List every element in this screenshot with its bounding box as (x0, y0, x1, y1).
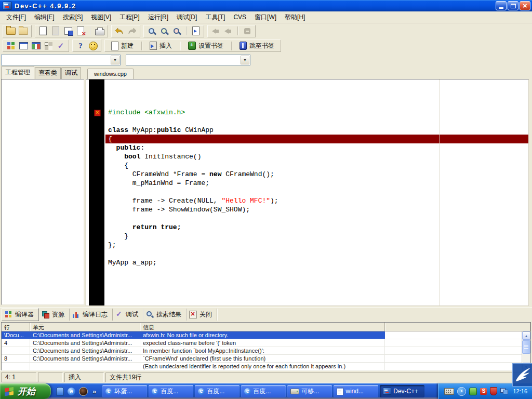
taskbar-button-5[interactable]: 可移... (287, 385, 332, 397)
save-all-button[interactable] (63, 26, 73, 36)
column-header-2[interactable]: 单元 (30, 323, 140, 331)
new-page-button[interactable]: 新建 (108, 41, 137, 51)
project-options-button[interactable] (31, 41, 41, 51)
menu-item-9[interactable]: CVS (229, 12, 250, 22)
code-area[interactable]: #include <afxwin.h>class MyApp:public CW… (105, 79, 528, 305)
goto-bookmark-button[interactable]: 跳至书签 (236, 41, 278, 51)
taskbar-button-6[interactable]: wind... (334, 385, 378, 397)
output-tab-1[interactable]: 编译器 (2, 308, 39, 321)
output-tab-6[interactable]: 关闭 (187, 309, 217, 321)
ie-icon (152, 388, 158, 395)
media-player-icon[interactable] (79, 387, 88, 396)
taskbar-button-2[interactable]: 百度... (149, 385, 193, 397)
menu-item-4[interactable]: 视图[V] (87, 11, 115, 23)
start-button[interactable]: 开始 (0, 383, 51, 399)
table-row[interactable]: C:\Documents and Settings\Administr...In… (2, 347, 530, 355)
code-line-8: CFrameWnd *Frame = new CFrameWnd(); (105, 170, 528, 179)
run-button[interactable] (223, 26, 233, 36)
network-tray-icon[interactable] (500, 388, 508, 394)
save-icon (52, 26, 59, 35)
editor-tab-windows-cpp[interactable]: windows.cpp (87, 69, 134, 79)
code-line-12: frame -> ShowWindow(SW_SHOW); (105, 205, 528, 214)
debug-button[interactable] (242, 26, 252, 36)
menu-item-6[interactable]: 运行[R] (144, 11, 172, 23)
menu-item-7[interactable]: 调试[D] (172, 11, 201, 23)
back-arrow-tray-icon[interactable] (457, 387, 466, 396)
menu-item-8[interactable]: 工具[T] (201, 11, 229, 23)
keyboard-tray-icon[interactable] (444, 388, 454, 395)
combo-row (0, 53, 532, 68)
sogou-tray-icon[interactable] (480, 388, 487, 395)
print-icon (95, 29, 104, 35)
new-project-button[interactable] (6, 41, 16, 51)
project-tab-2[interactable]: 查看类 (35, 67, 61, 79)
classes-combo[interactable] (126, 55, 250, 65)
minimize-button[interactable] (496, 1, 507, 10)
column-header-3[interactable]: 信息 (140, 323, 385, 331)
find-button[interactable] (147, 26, 157, 36)
quick-launch-overflow-icon[interactable]: » (92, 388, 96, 395)
messenger-icon[interactable] (56, 387, 64, 396)
output-tab-3[interactable]: 编译日志 (70, 309, 113, 321)
taskbar-button-label: 可移... (301, 387, 319, 396)
floating-bird-icon[interactable] (512, 363, 532, 387)
about-button[interactable] (88, 41, 98, 51)
menu-item-11[interactable]: 帮助[H] (281, 11, 309, 23)
output-tab-2[interactable]: 资源 (39, 309, 70, 321)
menu-item-1[interactable]: 文件[F] (2, 11, 30, 23)
goto-line-button[interactable] (191, 26, 201, 36)
save-button[interactable] (50, 26, 61, 36)
taskbar-button-4[interactable]: 百度... (241, 385, 286, 397)
project-tab-1[interactable]: 工程管理 (1, 66, 34, 79)
new-file-icon (39, 26, 47, 35)
output-tab-4[interactable]: 调试 (113, 309, 143, 321)
output-tab-5[interactable]: 搜索结果 (143, 309, 187, 321)
security-shield-tray-icon[interactable] (490, 387, 497, 395)
column-header-1[interactable]: 行 (2, 323, 30, 331)
reopen-button[interactable] (18, 26, 29, 36)
close-file-button[interactable] (75, 26, 86, 36)
set-bookmark-button[interactable]: 设置书签 (184, 41, 227, 51)
scroll-up-icon[interactable] (522, 331, 530, 340)
table-row[interactable]: \Docu...C:\Documents and Settings\Admini… (2, 331, 530, 339)
search-results-icon (146, 311, 154, 318)
insert-button[interactable]: 插入 (146, 41, 176, 51)
menu-item-2[interactable]: 编辑[E] (30, 11, 59, 23)
cell-line: \Docu... (2, 331, 30, 339)
new-source-button[interactable] (38, 26, 48, 36)
compiler-combo[interactable] (1, 55, 121, 65)
table-row[interactable]: 8C:\Documents and Settings\Administr...`… (2, 355, 530, 363)
close-button[interactable] (520, 1, 530, 10)
menu-item-5[interactable]: 工程[P] (115, 11, 144, 23)
taskbar-button-3[interactable]: 百度... (195, 385, 240, 397)
taskbar-button-7[interactable]: Dev-C++ (380, 385, 424, 397)
combo-dropdown-arrow-icon[interactable] (111, 56, 119, 64)
replace-button[interactable] (171, 26, 182, 36)
table-row[interactable]: (Each undeclared identifier is reported … (2, 363, 530, 370)
help-button[interactable] (75, 41, 86, 51)
table-row[interactable]: 4C:\Documents and Settings\Administr...e… (2, 339, 530, 347)
undo-button[interactable] (114, 26, 125, 36)
project-tab-3[interactable]: 调试 (61, 67, 81, 79)
task-buttons: 坏蛋...百度...百度...百度...可移...wind...Dev-C++ (101, 385, 424, 397)
project-add-button[interactable] (43, 41, 54, 51)
green-tray-icon[interactable] (469, 388, 477, 395)
new-window-button[interactable] (18, 41, 29, 51)
print-button[interactable] (95, 26, 105, 36)
combo-dropdown-arrow-icon[interactable] (241, 56, 249, 64)
cell-line: 4 (2, 339, 30, 347)
ie-quicklaunch-icon[interactable] (68, 388, 75, 395)
errors-table-header: 行单元信息 (2, 323, 530, 331)
menu-item-3[interactable]: 搜索[S] (59, 11, 87, 23)
main-area: 工程管理查看类调试 windows.cpp #include <afxwin.h… (0, 67, 532, 307)
compile-button[interactable] (210, 26, 221, 36)
taskbar-button-1[interactable]: 坏蛋... (102, 385, 147, 397)
scrollbar-thumb[interactable] (522, 340, 530, 354)
redo-button[interactable] (127, 26, 137, 36)
open-button[interactable] (6, 26, 16, 36)
syntax-check-button[interactable] (56, 41, 66, 51)
project-tree[interactable] (1, 79, 84, 305)
find-in-files-button[interactable] (159, 26, 169, 36)
restore-button[interactable] (508, 1, 518, 10)
menu-item-10[interactable]: 窗口[W] (250, 11, 281, 23)
